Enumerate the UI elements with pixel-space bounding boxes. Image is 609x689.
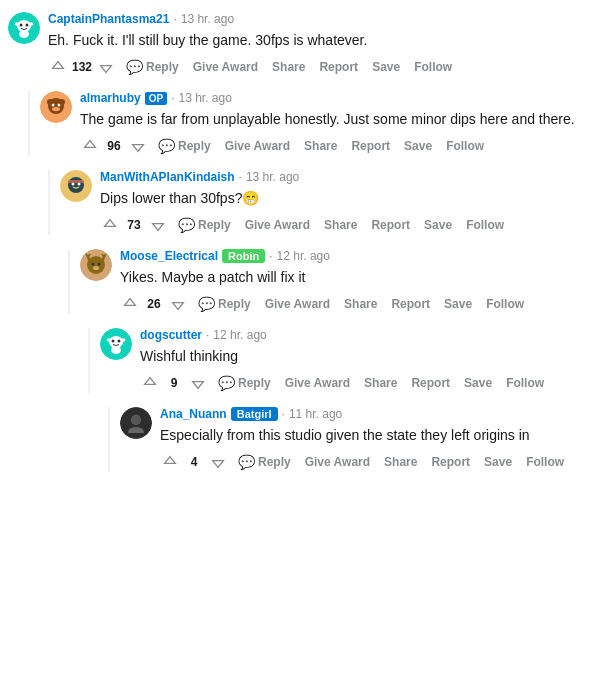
follow-button[interactable]: Follow [522,453,568,471]
upvote-button[interactable] [48,57,68,77]
follow-button[interactable]: Follow [502,374,548,392]
downvote-button[interactable] [208,452,228,472]
follow-button[interactable]: Follow [442,137,488,155]
username[interactable]: almarhuby [80,91,141,105]
svg-point-33 [132,416,140,424]
follow-button[interactable]: Follow [482,295,528,313]
comment-body: almarhuby OP · 13 hr. ago The game is fa… [80,91,601,156]
comment-body: Ana_Nuann Batgirl · 11 hr. ago Especiall… [160,407,601,472]
upvote-button[interactable] [100,215,120,235]
comment-thread: CaptainPhantasma21 · 13 hr. ago Eh. Fuck… [0,0,609,498]
chat-icon: 💬 [218,375,235,391]
follow-button[interactable]: Follow [410,58,456,76]
op-badge: OP [145,92,167,105]
vote-count: 26 [144,297,164,311]
username[interactable]: dogscutter [140,328,202,342]
comment-header: Moose_Electrical Robin · 12 hr. ago [120,249,601,263]
give-award-button[interactable]: Give Award [189,58,262,76]
comment-header: almarhuby OP · 13 hr. ago [80,91,601,105]
username[interactable]: Ana_Nuann [160,407,227,421]
report-button[interactable]: Report [427,453,474,471]
reply-button[interactable]: 💬 Reply [234,452,295,472]
reply-button[interactable]: 💬 Reply [154,136,215,156]
avatar [120,407,152,439]
timestamp: 12 hr. ago [277,249,330,263]
reply-button[interactable]: 💬 Reply [174,215,235,235]
save-button[interactable]: Save [460,374,496,392]
give-award-button[interactable]: Give Award [241,216,314,234]
chat-icon: 💬 [158,138,175,154]
comment-text: Dips lower than 30fps?😁 [100,188,601,209]
save-button[interactable]: Save [368,58,404,76]
comment-body: Moose_Electrical Robin · 12 hr. ago Yike… [120,249,601,314]
svg-point-22 [98,263,101,266]
vote-section: 4 [160,452,228,472]
vote-count: 96 [104,139,124,153]
share-button[interactable]: Share [268,58,309,76]
give-award-button[interactable]: Give Award [281,374,354,392]
downvote-button[interactable] [96,57,116,77]
share-button[interactable]: Share [380,453,421,471]
vote-section: 96 [80,136,148,156]
comment-item: Moose_Electrical Robin · 12 hr. ago Yike… [80,249,601,314]
save-button[interactable]: Save [480,453,516,471]
dot: · [239,170,242,184]
upvote-button[interactable] [80,136,100,156]
comment-text: Eh. Fuck it. I'll still buy the game. 30… [48,30,601,51]
give-award-button[interactable]: Give Award [301,453,374,471]
vote-count: 132 [72,60,92,74]
follow-button[interactable]: Follow [462,216,508,234]
action-bar: 9 💬 Reply Give Award Share Report [140,373,601,393]
svg-point-4 [15,22,20,26]
username[interactable]: Moose_Electrical [120,249,218,263]
chat-icon: 💬 [238,454,255,470]
upvote-button[interactable] [160,452,180,472]
dot: · [173,12,176,26]
comment-text: Wishful thinking [140,346,601,367]
save-button[interactable]: Save [420,216,456,234]
username[interactable]: CaptainPhantasma21 [48,12,169,26]
svg-point-12 [59,99,65,105]
give-award-button[interactable]: Give Award [221,137,294,155]
svg-point-11 [47,99,53,105]
downvote-button[interactable] [128,136,148,156]
downvote-button[interactable] [168,294,188,314]
svg-rect-18 [68,180,84,183]
share-button[interactable]: Share [340,295,381,313]
share-button[interactable]: Share [300,137,341,155]
reply-button[interactable]: 💬 Reply [122,57,183,77]
comment-item: CaptainPhantasma21 · 13 hr. ago Eh. Fuck… [8,12,601,77]
action-bar: 132 💬 Reply Give Award Share Report [48,57,601,77]
reply-button[interactable]: 💬 Reply [194,294,255,314]
avatar [8,12,40,44]
svg-point-27 [118,340,121,343]
dot: · [269,249,272,263]
dot: · [282,407,285,421]
report-button[interactable]: Report [407,374,454,392]
upvote-button[interactable] [140,373,160,393]
save-button[interactable]: Save [400,137,436,155]
report-button[interactable]: Report [387,295,434,313]
share-button[interactable]: Share [360,374,401,392]
svg-point-26 [112,340,115,343]
timestamp: 12 hr. ago [213,328,266,342]
comment-item: Ana_Nuann Batgirl · 11 hr. ago Especiall… [120,407,601,472]
save-button[interactable]: Save [440,295,476,313]
downvote-button[interactable] [188,373,208,393]
comment-header: ManWithAPlanKindaish · 13 hr. ago [100,170,601,184]
upvote-button[interactable] [120,294,140,314]
svg-point-23 [93,266,99,270]
comment-header: Ana_Nuann Batgirl · 11 hr. ago [160,407,601,421]
svg-point-3 [26,24,29,27]
username[interactable]: ManWithAPlanKindaish [100,170,235,184]
report-button[interactable]: Report [315,58,362,76]
report-button[interactable]: Report [347,137,394,155]
svg-point-5 [29,22,34,26]
reply-button[interactable]: 💬 Reply [214,373,275,393]
downvote-button[interactable] [148,215,168,235]
share-button[interactable]: Share [320,216,361,234]
comment-body: CaptainPhantasma21 · 13 hr. ago Eh. Fuck… [48,12,601,77]
give-award-button[interactable]: Give Award [261,295,334,313]
comment-item: almarhuby OP · 13 hr. ago The game is fa… [40,91,601,156]
report-button[interactable]: Report [367,216,414,234]
